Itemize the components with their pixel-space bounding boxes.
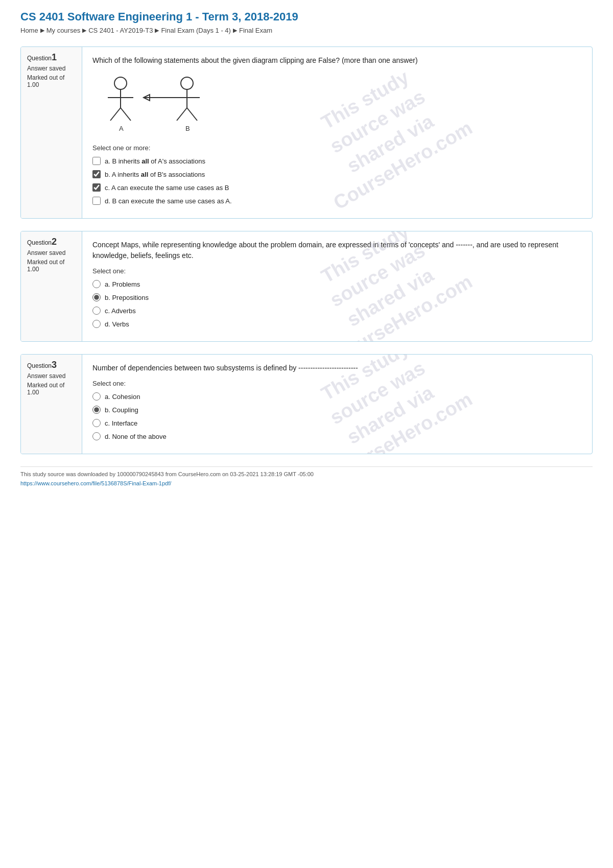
question-2-label: Question2 [27,237,76,247]
checkbox-q1d[interactable] [92,197,101,205]
question-2-block: Question2 Answer saved Marked out of 1.0… [20,231,593,342]
uml-diagram: A B [98,72,582,140]
radio-q2b[interactable] [92,293,101,301]
svg-line-11 [177,108,187,121]
option-q1a[interactable]: a. B inherits all of A's associations [92,157,582,165]
option-q3a-label: a. Cohesion [105,393,140,401]
option-q2c[interactable]: c. Adverbs [92,307,582,315]
question-3-sidebar: Question3 Answer saved Marked out of 1.0… [21,355,82,454]
footer-url[interactable]: https://www.coursehero.com/file/5136878S… [20,480,593,486]
option-q1c[interactable]: c. A can execute the same use cases as B [92,183,582,192]
option-q1b-label: b. A inherits all of B's associations [105,171,205,178]
option-q3d[interactable]: d. None of the above [92,432,582,440]
option-q3d-label: d. None of the above [105,433,167,440]
question-3-content: This studysource wasshared viaCourseHero… [82,355,592,454]
svg-point-8 [181,77,193,89]
radio-q2a[interactable] [92,280,101,288]
radio-q2c[interactable] [92,307,101,315]
question-1-marked-out: Marked out of 1.00 [27,74,76,88]
question-2-select-label: Select one: [92,267,582,275]
question-1-answer-saved: Answer saved [27,65,76,72]
question-1-block: Question1 Answer saved Marked out of 1.0… [20,46,593,219]
option-q2b[interactable]: b. Prepositions [92,293,582,301]
option-q2a-label: a. Problems [105,280,140,288]
checkbox-q1c[interactable] [92,183,101,192]
option-q1c-label: c. A can execute the same use cases as B [105,184,229,192]
question-3-answer-saved: Answer saved [27,372,76,380]
option-q2d-label: d. Verbs [105,320,129,328]
option-q1d-label: d. B can execute the same use cases as A… [105,197,232,205]
svg-text:B: B [185,125,190,132]
question-2-answer-saved: Answer saved [27,249,76,256]
breadcrumb-mycourses[interactable]: My courses [46,27,80,34]
question-2-content: This studysource wasshared viaCourseHero… [82,231,592,341]
radio-q3c[interactable] [92,419,101,427]
footer-note: This study source was downloaded by 1000… [20,466,593,477]
checkbox-q1b[interactable] [92,170,101,178]
option-q3b[interactable]: b. Coupling [92,406,582,414]
breadcrumb-arrow-3: ▶ [155,27,159,34]
question-1-label: Question1 [27,52,76,63]
option-q3a[interactable]: a. Cohesion [92,392,582,401]
page-title: CS 2401 Software Engineering 1 - Term 3,… [20,10,593,24]
breadcrumb-arrow-1: ▶ [40,27,44,34]
radio-q3b[interactable] [92,406,101,414]
question-2-sidebar: Question2 Answer saved Marked out of 1.0… [21,231,82,341]
option-q3c[interactable]: c. Interface [92,419,582,427]
question-1-content: This studysource wasshared viaCourseHero… [82,47,592,218]
option-q3b-label: b. Coupling [105,406,138,414]
radio-q3d[interactable] [92,432,101,440]
svg-line-4 [121,108,131,121]
question-2-marked-out: Marked out of 1.00 [27,259,76,273]
checkbox-q1a[interactable] [92,157,101,165]
question-3-marked-out: Marked out of 1.00 [27,382,76,396]
option-q2d[interactable]: d. Verbs [92,320,582,328]
svg-text:A: A [119,125,124,132]
question-1-select-label: Select one or more: [92,144,582,152]
option-q1a-label: a. B inherits all of A's associations [105,157,205,165]
option-q1d[interactable]: d. B can execute the same use cases as A… [92,197,582,205]
svg-point-0 [114,77,127,89]
breadcrumb-finalexam[interactable]: Final Exam [239,27,272,34]
question-2-text: Concept Maps, while representing knowled… [92,240,582,261]
question-3-label: Question3 [27,360,76,370]
option-q2a[interactable]: a. Problems [92,280,582,288]
breadcrumb-cs2401[interactable]: CS 2401 - AY2019-T3 [88,27,153,34]
breadcrumb: Home ▶ My courses ▶ CS 2401 - AY2019-T3 … [20,27,593,34]
radio-q2d[interactable] [92,320,101,328]
question-3-block: Question3 Answer saved Marked out of 1.0… [20,354,593,454]
question-1-sidebar: Question1 Answer saved Marked out of 1.0… [21,47,82,218]
breadcrumb-arrow-2: ▶ [82,27,86,34]
svg-line-3 [110,108,121,121]
svg-line-12 [187,108,197,121]
option-q3c-label: c. Interface [105,419,137,427]
radio-q3a[interactable] [92,392,101,401]
question-3-text: Number of dependencies between two subsy… [92,363,582,373]
option-q1b[interactable]: b. A inherits all of B's associations [92,170,582,178]
option-q2b-label: b. Prepositions [105,294,149,301]
breadcrumb-home[interactable]: Home [20,27,38,34]
question-1-text: Which of the following statements about … [92,55,582,66]
breadcrumb-finalexam-days[interactable]: Final Exam (Days 1 - 4) [161,27,231,34]
question-3-select-label: Select one: [92,380,582,387]
option-q2c-label: c. Adverbs [105,307,136,315]
breadcrumb-arrow-4: ▶ [233,27,237,34]
